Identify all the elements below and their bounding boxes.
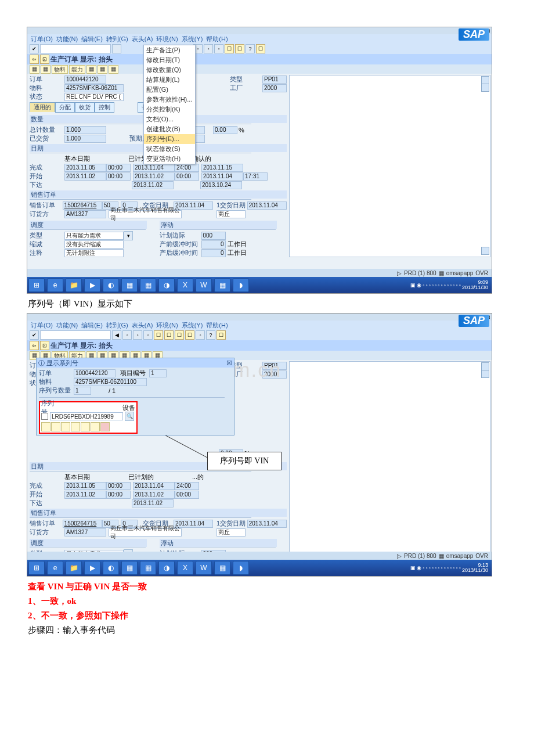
menu-head[interactable]: 表头(A) bbox=[131, 35, 154, 44]
status-host: omsapapp bbox=[446, 270, 474, 276]
fld-pct: 0.00 bbox=[213, 126, 237, 134]
excel-icon[interactable]: X bbox=[177, 278, 193, 292]
note-step4: 步骤四：输入事务代码 bbox=[28, 625, 506, 636]
office-icon[interactable]: ▦ bbox=[140, 278, 156, 292]
pop-btn[interactable] bbox=[41, 422, 50, 431]
menu-goto[interactable]: 转到(G) bbox=[105, 35, 129, 44]
status-bar: ▷PRD (1) 800▦omsapappOVR bbox=[27, 269, 492, 277]
serial-number[interactable]: LRDS6PEBXDH219989 bbox=[50, 412, 123, 420]
clock-date: 2013/11/30 bbox=[462, 285, 488, 290]
dd-item[interactable]: 分类控制(K) bbox=[144, 105, 195, 114]
btn-mat[interactable]: 物料 bbox=[52, 65, 68, 74]
scroll-up[interactable] bbox=[481, 76, 489, 84]
chat-icon[interactable]: ◑ bbox=[158, 278, 175, 292]
grp-float: 浮动 bbox=[160, 221, 277, 229]
lbl-stat: 状态 bbox=[30, 92, 64, 101]
fld-order[interactable]: 1000442120 bbox=[64, 75, 106, 84]
dd-item-serial[interactable]: 序列号(E)... bbox=[144, 134, 195, 144]
app-icon[interactable]: ▦ bbox=[121, 278, 138, 292]
status-srv: PRD (1) 800 bbox=[404, 270, 436, 276]
tab-assign[interactable]: 分配 bbox=[55, 102, 75, 113]
dd-item[interactable]: 结算规则(L) bbox=[144, 75, 195, 85]
header-dropdown[interactable]: 生产备注(P) 修改日期(T) 修改数量(Q) 结算规则(L) 配置(G) 参数… bbox=[143, 45, 196, 164]
sap-screenshot-2: SAP ⊟ ▢ ⊠ 订单(O)功能(N)编辑(E)转到(G)表头(A)环境(N)… bbox=[27, 313, 492, 577]
menu-env[interactable]: 环境(N) bbox=[155, 35, 179, 44]
btn-d[interactable]: ▦ bbox=[98, 65, 107, 74]
serial-checkbox[interactable] bbox=[41, 413, 48, 420]
scroll-down[interactable] bbox=[481, 84, 489, 92]
dd-item[interactable]: 修改日期(T) bbox=[144, 55, 195, 65]
info-icon: ⓘ bbox=[38, 359, 45, 368]
serial-popup: ⓘ 显示系列号☒ 订单1000442120项目编号1 物料4257SMFKB-0… bbox=[36, 358, 234, 435]
sap-logo: SAP bbox=[459, 315, 489, 327]
command-field[interactable] bbox=[40, 330, 111, 340]
page-title: 生产订单 显示: 抬头 bbox=[50, 55, 113, 64]
btn-a[interactable]: ▦ bbox=[30, 65, 39, 74]
close-icon[interactable]: ☒ bbox=[226, 359, 232, 367]
dd-item[interactable]: 生产备注(P) bbox=[144, 45, 195, 55]
menu-bar[interactable]: 订单(O) 功能(N) 编辑(E) 转到(G) 表头(A) 环境(N) 系统(Y… bbox=[27, 34, 492, 44]
lbl-done: 已交货 bbox=[30, 134, 64, 143]
dd-item[interactable]: 文档(O)... bbox=[144, 114, 195, 124]
lbl-order: 订单 bbox=[30, 75, 64, 84]
col-basic: 基本日期 bbox=[64, 154, 104, 163]
sap-task-icon[interactable]: ◗ bbox=[233, 278, 249, 292]
tool-icon[interactable] bbox=[112, 44, 121, 53]
dd-item[interactable]: 变更活动(H) bbox=[144, 154, 195, 164]
dd-item[interactable]: 状态修改(S) bbox=[144, 144, 195, 154]
windows-taskbar: ⊞ e📁▶◐▦▦◑XW▦◗ ▣◉◦◦◦◦◦◦◦◦◦◦◦◦◦ 9:132013/1… bbox=[27, 560, 492, 576]
sap-logo: SAP bbox=[459, 28, 489, 41]
ie-icon[interactable]: e bbox=[47, 278, 63, 292]
dd-item[interactable]: 配置(G) bbox=[144, 85, 195, 95]
tool-icon[interactable]: ◦ bbox=[214, 44, 223, 53]
word-icon[interactable]: W bbox=[196, 278, 212, 292]
tool-icon[interactable]: ☐ bbox=[235, 44, 244, 53]
dd-item[interactable]: 参数有效性(H)... bbox=[144, 95, 195, 105]
player-icon[interactable]: ▶ bbox=[84, 278, 100, 292]
fld-plant: 2000 bbox=[262, 84, 287, 92]
help-icon[interactable]: ? bbox=[246, 44, 255, 53]
fld-so[interactable]: 1500264715 bbox=[63, 201, 102, 210]
q-icon[interactable]: ◐ bbox=[103, 278, 119, 292]
nav-icon[interactable]: ⊡ bbox=[40, 55, 49, 64]
tab-gr[interactable]: 收货 bbox=[75, 102, 95, 113]
dd-item[interactable]: 修改数量(Q) bbox=[144, 65, 195, 75]
menu-edit[interactable]: 编辑(E) bbox=[80, 35, 104, 44]
window-controls: ⊟ ▢ ⊠ bbox=[27, 27, 492, 34]
ok-icon[interactable]: ✔ bbox=[30, 44, 39, 53]
search-icon[interactable]: 🔍 bbox=[125, 412, 134, 421]
fld-mat[interactable]: 4257SMFKB-06Z01 bbox=[64, 84, 124, 92]
tool-icon[interactable]: ☐ bbox=[256, 44, 265, 53]
tool-icon[interactable]: ☐ bbox=[225, 44, 234, 53]
btn-c[interactable]: ▦ bbox=[86, 65, 96, 74]
page-title: 生产订单 显示: 抬头 bbox=[50, 341, 113, 351]
tray-icons[interactable]: ▣◉◦◦◦◦◦◦◦◦◦◦◦◦◦ bbox=[410, 282, 461, 288]
menu-func[interactable]: 功能(N) bbox=[55, 35, 79, 44]
tab-general[interactable]: 通用的 bbox=[30, 102, 55, 112]
right-pane bbox=[289, 361, 490, 575]
command-field[interactable] bbox=[40, 44, 111, 53]
btn-e[interactable]: ▦ bbox=[109, 65, 118, 74]
btn-cap[interactable]: 能力 bbox=[69, 65, 85, 74]
btn-b[interactable]: ▦ bbox=[41, 65, 50, 74]
menu-sys[interactable]: 系统(Y) bbox=[181, 35, 204, 44]
tool-icon[interactable]: ◦ bbox=[204, 44, 213, 53]
right-pane bbox=[289, 75, 490, 257]
dd-item[interactable]: 创建批次(B) bbox=[144, 124, 195, 134]
grp-sched: 调度 bbox=[30, 221, 147, 229]
menu-bar[interactable]: 订单(O)功能(N)编辑(E)转到(G)表头(A)环境(N)系统(Y)帮助(H) bbox=[27, 321, 492, 330]
explorer-icon[interactable]: 📁 bbox=[66, 278, 82, 292]
lbl-mat: 物料 bbox=[30, 84, 64, 92]
lbl-so: 销售订单 bbox=[30, 201, 63, 210]
menu-order[interactable]: 订单(O) bbox=[30, 35, 54, 44]
start-icon[interactable]: ⊞ bbox=[28, 278, 45, 292]
nav-icon[interactable]: ⇦ bbox=[30, 55, 39, 64]
scroll-down2[interactable] bbox=[481, 247, 489, 255]
ok-icon[interactable]: ✔ bbox=[30, 330, 39, 340]
pop-btn-cancel[interactable] bbox=[100, 422, 110, 431]
start-icon[interactable]: ⊞ bbox=[28, 561, 45, 575]
menu-help[interactable]: 帮助(H) bbox=[205, 35, 229, 44]
dropdown-icon[interactable]: ▾ bbox=[124, 231, 133, 240]
tab-ctrl[interactable]: 控制 bbox=[95, 102, 114, 113]
app2-icon[interactable]: ▦ bbox=[214, 278, 230, 292]
